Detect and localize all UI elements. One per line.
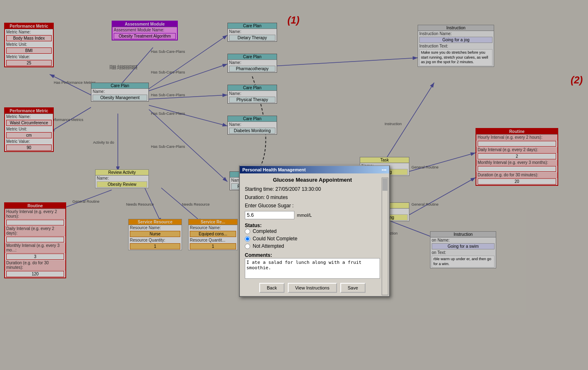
radio-completed[interactable] (245, 229, 250, 234)
status-label: Status: (245, 223, 380, 228)
comments-label: Comments: (245, 252, 380, 258)
modal-scrollbar-indicator: ▪▪▪ (382, 167, 387, 172)
modal-dialog: Personal Health Management ▪▪▪ Glucose M… (239, 165, 390, 297)
status-radio-group: Completed Could Not Complete Not Attempt… (245, 228, 380, 249)
view-instructions-button[interactable]: View Instructions (288, 283, 337, 293)
modal-titlebar: Personal Health Management ▪▪▪ (240, 166, 389, 173)
radio-not-attempted[interactable] (245, 244, 250, 249)
modal-duration: Duration: 0 minutes (245, 194, 380, 200)
modal-scrollbar[interactable] (382, 178, 388, 295)
comments-textarea[interactable]: I ate a salad for lunch along with a fru… (245, 258, 380, 279)
glucose-unit: mmol/L (297, 213, 312, 218)
glucose-input[interactable] (245, 211, 294, 219)
radio-could-not[interactable] (245, 236, 250, 242)
status-completed[interactable]: Completed (245, 228, 380, 234)
status-not-attempted[interactable]: Not Attempted (245, 243, 380, 249)
modal-content: Glucose Measure Appointment Starting tim… (240, 173, 389, 296)
status-could-not[interactable]: Could Not Complete (245, 236, 380, 242)
modal-enter-label: Enter Glucose Sugar : (245, 203, 380, 209)
could-not-label: Could Not Complete (253, 236, 297, 242)
not-attempted-label: Not Attempted (253, 243, 284, 249)
modal-title: Personal Health Management (242, 167, 306, 172)
back-button[interactable]: Back (259, 283, 284, 293)
modal-buttons: Back View Instructions Save (245, 283, 380, 293)
scrollbar-thumb[interactable] (382, 178, 387, 191)
modal-appointment-title: Glucose Measure Appointment (245, 177, 380, 183)
modal-input-row: mmol/L (245, 211, 380, 219)
completed-label: Completed (253, 228, 277, 234)
modal-starting-time: Starting time: 27/05/2007 13:30:00 (245, 186, 380, 192)
save-button[interactable]: Save (340, 283, 366, 293)
